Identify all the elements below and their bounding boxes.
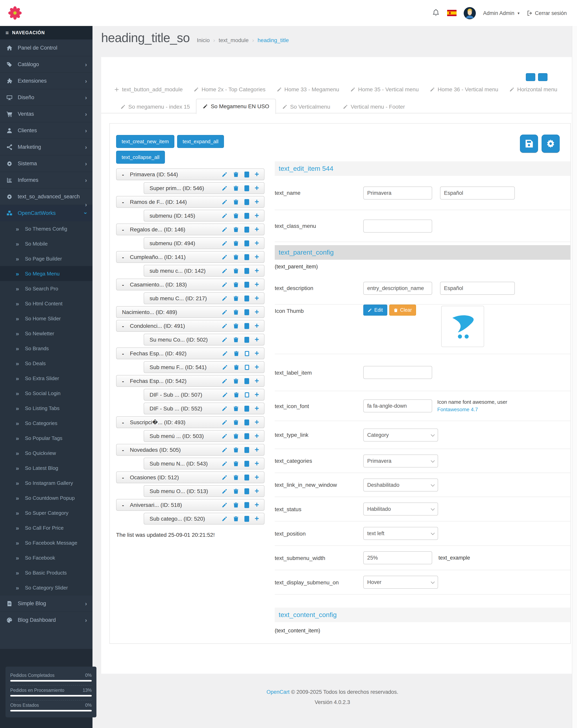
tree-item-sub-menu-c-id-142[interactable]: sub menu c... (ID: 142)+ [144, 265, 265, 277]
sidebar-item-ventas[interactable]: Ventas› [0, 105, 93, 122]
sidebar-item-text-so-advanced-search[interactable]: text_so_advanced_search› [0, 188, 93, 205]
status-square-icon[interactable] [245, 447, 249, 453]
status-square-icon[interactable] [245, 406, 249, 411]
sidebar-subitem-so-home-slider[interactable]: »So Home Slider [0, 311, 93, 326]
add-child-icon[interactable]: + [255, 254, 259, 260]
delete-trash-icon[interactable] [233, 172, 239, 177]
tab-text-button-add-module[interactable]: text_button_add_module [114, 86, 183, 93]
edit-pencil-icon[interactable] [222, 337, 227, 342]
status-square-icon[interactable] [245, 240, 249, 246]
sidebar-subitem-so-category-slider[interactable]: »So Category Slider [0, 580, 93, 595]
collapse-toggle[interactable]: - [122, 226, 130, 233]
fontawesome-link[interactable]: Fontawesome 4.7 [437, 406, 478, 412]
card-action-button-2[interactable] [538, 73, 548, 81]
edit-pencil-icon[interactable] [222, 172, 227, 177]
sidebar-subitem-so-countdown-popup[interactable]: »So Countdown Popup [0, 490, 93, 505]
add-child-icon[interactable]: + [255, 213, 259, 218]
tab-home-35-vertical-menu[interactable]: Home 35 - Vertical menu [350, 86, 419, 93]
status-select[interactable]: Habilitado [363, 502, 438, 516]
add-child-icon[interactable]: + [255, 185, 259, 191]
delete-trash-icon[interactable] [233, 254, 239, 260]
collapse-toggle[interactable]: - [122, 378, 130, 384]
add-child-icon[interactable]: + [255, 433, 259, 439]
class-menu-input[interactable] [363, 219, 432, 232]
tree-item-condolenci-id-491[interactable]: -Condolenci... (ID: 491)+ [116, 320, 265, 332]
sidebar-subitem-so-newletter[interactable]: »So Newletter [0, 326, 93, 341]
sidebar-subitem-so-instagram-gallery[interactable]: »So Instagram Gallery [0, 475, 93, 490]
status-square-icon[interactable] [245, 172, 249, 177]
delete-trash-icon[interactable] [233, 488, 239, 494]
edit-pencil-icon[interactable] [222, 199, 227, 205]
edit-pencil-icon[interactable] [222, 474, 227, 480]
tree-item-nacimiento-id-489[interactable]: Nacimiento... (ID: 489)+ [116, 306, 265, 318]
status-square-icon[interactable] [245, 323, 249, 329]
delete-trash-icon[interactable] [233, 461, 239, 467]
sidebar-item-extensiones[interactable]: Extensiones› [0, 72, 93, 89]
breadcrumb-inicio[interactable]: Inicio [197, 37, 209, 43]
sidebar-subitem-so-facebook[interactable]: »So Facebook [0, 550, 93, 565]
display-submenu-select[interactable]: Hover [363, 576, 438, 589]
add-child-icon[interactable]: + [255, 282, 259, 287]
tree-item-ocasiones-id-512[interactable]: -Ocasiones (ID: 512)+ [116, 471, 265, 483]
icon-thumb-image[interactable] [441, 306, 484, 347]
icon-font-input[interactable] [363, 399, 432, 412]
tree-item-fechas-esp-id-492[interactable]: -Fechas Esp... (ID: 492)+ [116, 347, 265, 359]
collapse-toggle[interactable]: - [122, 501, 130, 508]
delete-trash-icon[interactable] [233, 199, 239, 205]
tree-item-ramos-de-f-id-144[interactable]: -Ramos de F... (ID: 144)+ [116, 196, 265, 208]
edit-pencil-icon[interactable] [222, 254, 227, 260]
add-child-icon[interactable]: + [255, 295, 259, 301]
sidebar-item-opencartworks[interactable]: OpenCartWorks› [0, 205, 93, 221]
collapse-toggle[interactable]: - [122, 419, 130, 425]
add-child-icon[interactable]: + [255, 227, 259, 232]
sidebar-subitem-so-social-login[interactable]: »So Social Login [0, 386, 93, 400]
sidebar-subitem-so-deals[interactable]: »So Deals [0, 356, 93, 371]
delete-trash-icon[interactable] [233, 406, 239, 411]
tree-item-submenu-id-145[interactable]: submenu (ID: 145)+ [144, 210, 265, 222]
sidebar-subitem-so-super-category[interactable]: »So Super Category [0, 505, 93, 520]
delete-trash-icon[interactable] [233, 268, 239, 274]
create-new-item-button[interactable]: text_creat_new_item [116, 135, 174, 148]
delete-trash-icon[interactable] [233, 378, 239, 384]
tab-home-2x-top-categories[interactable]: Home 2x - Top Categories [194, 86, 266, 93]
sidebar-subitem-so-brands[interactable]: »So Brands [0, 341, 93, 356]
tree-item-sub-menu-f-id-541[interactable]: Sub menu F... (ID: 541)+ [144, 361, 265, 373]
name-language-input[interactable] [440, 186, 515, 199]
sidebar-subitem-so-facebook-message[interactable]: »So Facebook Message [0, 535, 93, 550]
status-square-icon[interactable] [245, 254, 249, 260]
user-menu[interactable]: Admin Admin [483, 10, 515, 16]
sidebar-item-panel-de-control[interactable]: Panel de Control [0, 40, 93, 56]
delete-trash-icon[interactable] [233, 364, 239, 370]
collapse-toggle[interactable]: - [122, 350, 130, 357]
label-item-input[interactable] [363, 366, 432, 379]
tree-item-submenu-id-494[interactable]: submenu (ID: 494)+ [144, 237, 265, 249]
sidebar-subitem-so-themes-config[interactable]: »So Themes Config [0, 221, 93, 236]
tree-item-sub-men-id-503[interactable]: Sub menú ... (ID: 503)+ [144, 430, 265, 442]
add-child-icon[interactable]: + [255, 406, 259, 411]
add-child-icon[interactable]: + [255, 419, 259, 425]
tree-item-fechas-esp-id-542[interactable]: -Fechas Esp... (ID: 542)+ [116, 375, 265, 387]
tab-home-36-vertical-menu[interactable]: Home 36 - Vertical menu [430, 86, 498, 93]
status-square-icon[interactable] [245, 227, 249, 232]
language-flag-spain-icon[interactable] [447, 10, 457, 16]
delete-trash-icon[interactable] [233, 419, 239, 425]
sidebar-item-clientes[interactable]: Clientes› [0, 122, 93, 138]
add-child-icon[interactable]: + [255, 323, 259, 329]
delete-trash-icon[interactable] [233, 350, 239, 356]
sidebar-item-cat-logo[interactable]: Catálogo› [0, 56, 93, 72]
edit-pencil-icon[interactable] [222, 323, 227, 329]
edit-pencil-icon[interactable] [222, 185, 227, 191]
tree-item-primavera-id-544[interactable]: -Primavera (ID: 544)+ [116, 168, 265, 180]
sidebar-subitem-so-html-content[interactable]: »So Html Content [0, 296, 93, 311]
sidebar-item-sistema[interactable]: Sistema› [0, 155, 93, 172]
tree-item-cumplea-o-id-141[interactable]: -Cumpleaño... (ID: 141)+ [116, 251, 265, 263]
status-square-icon[interactable] [245, 199, 249, 205]
add-child-icon[interactable]: + [255, 309, 259, 315]
status-square-icon[interactable] [245, 419, 249, 425]
add-child-icon[interactable]: + [255, 474, 259, 480]
delete-trash-icon[interactable] [233, 185, 239, 191]
edit-pencil-icon[interactable] [222, 282, 227, 287]
delete-trash-icon[interactable] [233, 337, 239, 342]
tree-item-su-menu-co-id-502[interactable]: Su menu Co... (ID: 502)+ [144, 334, 265, 345]
status-square-icon[interactable] [245, 213, 249, 218]
